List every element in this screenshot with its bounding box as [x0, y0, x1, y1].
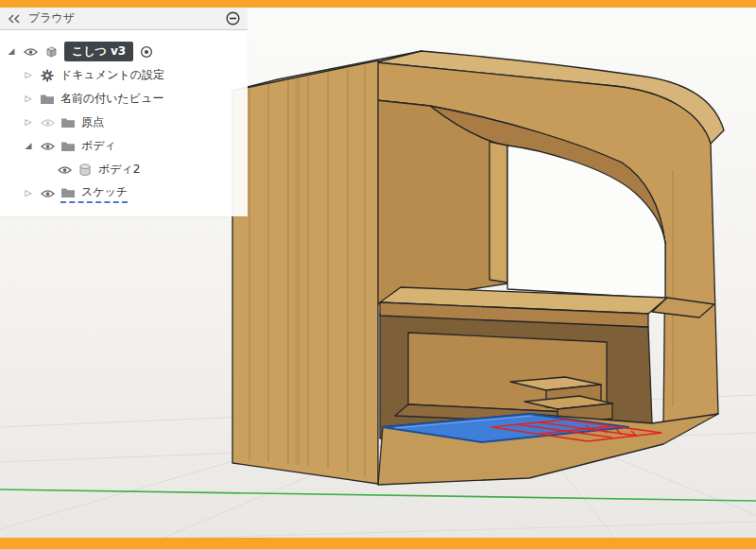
expander-expanded-icon[interactable]: ◢	[23, 142, 34, 150]
bottom-accent-bar	[0, 538, 756, 549]
browser-tree: ◢ こしつ v3 ▷ ドキュメントの設定	[0, 30, 248, 216]
tree-item-label: ボディ2	[98, 162, 140, 178]
browser-panel-header: ブラウザ	[0, 8, 248, 30]
tree-item-label: ドキュメントの設定	[60, 67, 164, 83]
visibility-eye-icon[interactable]	[40, 142, 55, 151]
ground-axis-y-green	[0, 489, 756, 501]
expander-collapsed-icon[interactable]: ▷	[23, 94, 34, 103]
application-window: ブラウザ ◢ こしつ v3 ▷	[0, 0, 756, 549]
tree-item-document-root[interactable]: ◢ こしつ v3	[0, 40, 248, 63]
collapse-panel-icon[interactable]	[8, 13, 21, 25]
tree-item-bodies[interactable]: ◢ ボディ	[0, 134, 248, 158]
component-cube-icon	[43, 45, 59, 59]
tree-item-sketches[interactable]: ▷ スケッチ	[0, 181, 248, 205]
top-accent-bar	[0, 0, 756, 8]
active-component-radio-icon[interactable]	[139, 45, 154, 59]
model-inner-panel-edge[interactable]	[490, 142, 507, 283]
model-left-wall[interactable]	[232, 60, 378, 484]
visibility-eye-icon[interactable]	[57, 165, 72, 175]
visibility-eye-icon[interactable]	[23, 47, 38, 57]
tree-item-document-settings[interactable]: ▷ ドキュメントの設定	[0, 63, 248, 87]
body-cylinder-icon	[77, 163, 93, 177]
tree-item-label: スケッチ	[81, 184, 128, 200]
tree-item-label: 名前の付いたビュー	[60, 91, 163, 107]
folder-icon	[60, 117, 76, 128]
expander-collapsed-icon[interactable]: ▷	[23, 118, 34, 127]
expander-collapsed-icon[interactable]: ▷	[23, 71, 34, 79]
visibility-eye-hidden-icon[interactable]	[40, 118, 55, 128]
model-wooden-booth[interactable]	[232, 51, 724, 485]
visibility-eye-icon[interactable]	[40, 189, 55, 198]
folder-icon	[40, 94, 55, 104]
tree-item-body2[interactable]: ボディ2	[0, 158, 248, 181]
sketch-folder-icon	[60, 187, 76, 197]
tree-item-label: ボディ	[81, 138, 116, 154]
tree-item-label-selected: こしつ v3	[64, 42, 133, 61]
folder-icon	[60, 141, 76, 151]
tree-item-origin[interactable]: ▷ 原点	[0, 111, 248, 134]
tree-item-label: 原点	[81, 114, 104, 130]
expander-collapsed-icon[interactable]: ▷	[23, 189, 34, 197]
circled-minus-icon[interactable]	[226, 11, 240, 26]
browser-panel-title: ブラウザ	[28, 10, 218, 26]
expander-expanded-icon[interactable]: ◢	[6, 47, 17, 56]
browser-panel: ブラウザ ◢ こしつ v3 ▷	[0, 8, 248, 216]
tree-item-named-views[interactable]: ▷ 名前の付いたビュー	[0, 87, 248, 111]
sketch-folder-wrap: スケッチ	[60, 184, 128, 203]
gear-icon	[40, 69, 55, 82]
